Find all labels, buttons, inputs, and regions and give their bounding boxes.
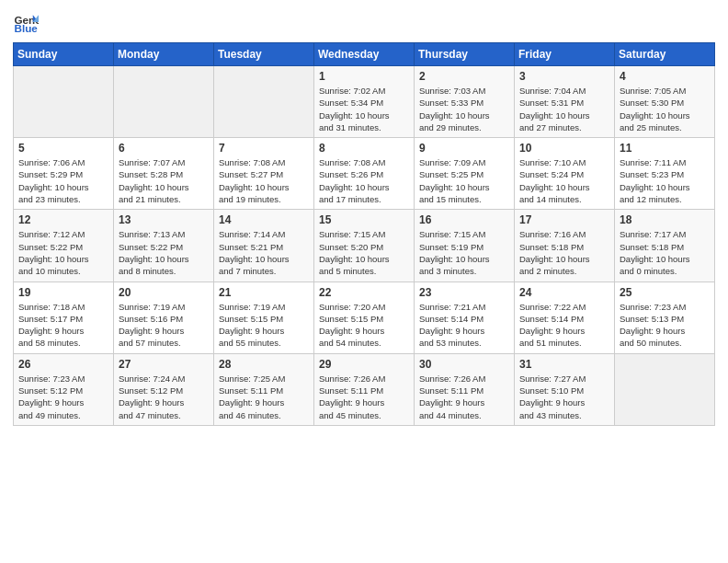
day-info: Sunrise: 7:16 AM Sunset: 5:18 PM Dayligh… (519, 228, 609, 277)
day-number: 22 (319, 286, 409, 299)
day-header-friday: Friday (515, 43, 615, 66)
day-number: 14 (219, 213, 309, 226)
day-number: 26 (18, 358, 108, 371)
day-info: Sunrise: 7:19 AM Sunset: 5:15 PM Dayligh… (219, 301, 309, 350)
day-number: 31 (519, 358, 609, 371)
calendar-cell: 19Sunrise: 7:18 AM Sunset: 5:17 PM Dayli… (14, 282, 114, 353)
day-header-tuesday: Tuesday (214, 43, 314, 66)
logo-icon: General Blue (13, 9, 39, 35)
calendar-cell: 10Sunrise: 7:10 AM Sunset: 5:24 PM Dayli… (515, 138, 615, 210)
calendar-cell: 11Sunrise: 7:11 AM Sunset: 5:23 PM Dayli… (615, 138, 715, 210)
calendar-cell: 3Sunrise: 7:04 AM Sunset: 5:31 PM Daylig… (515, 66, 615, 138)
day-info: Sunrise: 7:25 AM Sunset: 5:11 PM Dayligh… (219, 373, 309, 421)
day-info: Sunrise: 7:05 AM Sunset: 5:30 PM Dayligh… (620, 85, 710, 133)
day-info: Sunrise: 7:13 AM Sunset: 5:22 PM Dayligh… (119, 228, 209, 277)
calendar-cell (114, 66, 214, 138)
day-info: Sunrise: 7:02 AM Sunset: 5:34 PM Dayligh… (319, 85, 409, 133)
calendar-cell: 7Sunrise: 7:08 AM Sunset: 5:27 PM Daylig… (214, 138, 314, 210)
calendar-cell: 18Sunrise: 7:17 AM Sunset: 5:18 PM Dayli… (615, 210, 715, 282)
calendar-cell (615, 353, 715, 425)
calendar-week-5: 26Sunrise: 7:23 AM Sunset: 5:12 PM Dayli… (14, 353, 715, 425)
calendar-cell: 20Sunrise: 7:19 AM Sunset: 5:16 PM Dayli… (114, 282, 214, 353)
day-info: Sunrise: 7:08 AM Sunset: 5:26 PM Dayligh… (319, 156, 409, 205)
header: General Blue (13, 9, 715, 35)
calendar-week-3: 12Sunrise: 7:12 AM Sunset: 5:22 PM Dayli… (14, 210, 715, 282)
day-number: 10 (519, 142, 609, 155)
calendar-cell (214, 66, 314, 138)
calendar-cell: 29Sunrise: 7:26 AM Sunset: 5:11 PM Dayli… (314, 353, 415, 425)
day-number: 23 (419, 286, 509, 299)
day-number: 27 (119, 358, 209, 371)
day-number: 17 (519, 213, 609, 226)
calendar-cell: 21Sunrise: 7:19 AM Sunset: 5:15 PM Dayli… (214, 282, 314, 353)
day-info: Sunrise: 7:24 AM Sunset: 5:12 PM Dayligh… (119, 373, 209, 421)
day-header-monday: Monday (114, 43, 214, 66)
day-info: Sunrise: 7:23 AM Sunset: 5:12 PM Dayligh… (18, 373, 108, 421)
day-info: Sunrise: 7:03 AM Sunset: 5:33 PM Dayligh… (419, 85, 509, 133)
day-info: Sunrise: 7:15 AM Sunset: 5:20 PM Dayligh… (319, 228, 409, 277)
day-number: 3 (519, 70, 609, 83)
logo: General Blue (13, 9, 42, 35)
day-number: 5 (18, 142, 108, 155)
day-header-thursday: Thursday (415, 43, 515, 66)
calendar-cell: 6Sunrise: 7:07 AM Sunset: 5:28 PM Daylig… (114, 138, 214, 210)
day-number: 12 (18, 213, 108, 226)
day-info: Sunrise: 7:06 AM Sunset: 5:29 PM Dayligh… (18, 156, 108, 205)
calendar-cell: 4Sunrise: 7:05 AM Sunset: 5:30 PM Daylig… (615, 66, 715, 138)
day-info: Sunrise: 7:21 AM Sunset: 5:14 PM Dayligh… (419, 301, 509, 350)
calendar-cell: 27Sunrise: 7:24 AM Sunset: 5:12 PM Dayli… (114, 353, 214, 425)
day-info: Sunrise: 7:11 AM Sunset: 5:23 PM Dayligh… (620, 156, 710, 205)
calendar-cell: 12Sunrise: 7:12 AM Sunset: 5:22 PM Dayli… (14, 210, 114, 282)
day-info: Sunrise: 7:26 AM Sunset: 5:11 PM Dayligh… (419, 373, 509, 421)
day-number: 9 (419, 142, 509, 155)
day-header-sunday: Sunday (14, 43, 114, 66)
day-number: 11 (620, 142, 710, 155)
calendar-cell: 23Sunrise: 7:21 AM Sunset: 5:14 PM Dayli… (415, 282, 515, 353)
day-number: 30 (419, 358, 509, 371)
day-number: 1 (319, 70, 409, 83)
day-number: 29 (319, 358, 409, 371)
day-header-wednesday: Wednesday (314, 43, 415, 66)
calendar-week-4: 19Sunrise: 7:18 AM Sunset: 5:17 PM Dayli… (14, 282, 715, 353)
day-info: Sunrise: 7:08 AM Sunset: 5:27 PM Dayligh… (219, 156, 309, 205)
day-info: Sunrise: 7:15 AM Sunset: 5:19 PM Dayligh… (419, 228, 509, 277)
calendar-cell: 14Sunrise: 7:14 AM Sunset: 5:21 PM Dayli… (214, 210, 314, 282)
calendar-week-1: 1Sunrise: 7:02 AM Sunset: 5:34 PM Daylig… (14, 66, 715, 138)
day-number: 24 (519, 286, 609, 299)
calendar-header-row: SundayMondayTuesdayWednesdayThursdayFrid… (14, 43, 715, 66)
day-info: Sunrise: 7:19 AM Sunset: 5:16 PM Dayligh… (119, 301, 209, 350)
calendar: SundayMondayTuesdayWednesdayThursdayFrid… (13, 42, 715, 426)
calendar-cell: 5Sunrise: 7:06 AM Sunset: 5:29 PM Daylig… (14, 138, 114, 210)
day-info: Sunrise: 7:04 AM Sunset: 5:31 PM Dayligh… (519, 85, 609, 133)
day-number: 8 (319, 142, 409, 155)
calendar-cell: 25Sunrise: 7:23 AM Sunset: 5:13 PM Dayli… (615, 282, 715, 353)
day-number: 6 (119, 142, 209, 155)
day-number: 19 (18, 286, 108, 299)
day-number: 21 (219, 286, 309, 299)
day-info: Sunrise: 7:20 AM Sunset: 5:15 PM Dayligh… (319, 301, 409, 350)
page: General Blue SundayMondayTuesdayWednesda… (0, 0, 728, 439)
day-info: Sunrise: 7:07 AM Sunset: 5:28 PM Dayligh… (119, 156, 209, 205)
day-number: 18 (620, 213, 710, 226)
day-info: Sunrise: 7:12 AM Sunset: 5:22 PM Dayligh… (18, 228, 108, 277)
day-number: 13 (119, 213, 209, 226)
calendar-cell: 17Sunrise: 7:16 AM Sunset: 5:18 PM Dayli… (515, 210, 615, 282)
calendar-cell: 9Sunrise: 7:09 AM Sunset: 5:25 PM Daylig… (415, 138, 515, 210)
day-number: 28 (219, 358, 309, 371)
calendar-cell: 31Sunrise: 7:27 AM Sunset: 5:10 PM Dayli… (515, 353, 615, 425)
day-info: Sunrise: 7:09 AM Sunset: 5:25 PM Dayligh… (419, 156, 509, 205)
day-number: 7 (219, 142, 309, 155)
day-info: Sunrise: 7:18 AM Sunset: 5:17 PM Dayligh… (18, 301, 108, 350)
day-number: 15 (319, 213, 409, 226)
calendar-cell: 28Sunrise: 7:25 AM Sunset: 5:11 PM Dayli… (214, 353, 314, 425)
calendar-week-2: 5Sunrise: 7:06 AM Sunset: 5:29 PM Daylig… (14, 138, 715, 210)
day-number: 25 (620, 286, 710, 299)
day-info: Sunrise: 7:17 AM Sunset: 5:18 PM Dayligh… (620, 228, 710, 277)
calendar-cell: 13Sunrise: 7:13 AM Sunset: 5:22 PM Dayli… (114, 210, 214, 282)
calendar-cell: 22Sunrise: 7:20 AM Sunset: 5:15 PM Dayli… (314, 282, 415, 353)
day-number: 20 (119, 286, 209, 299)
day-info: Sunrise: 7:27 AM Sunset: 5:10 PM Dayligh… (519, 373, 609, 421)
day-info: Sunrise: 7:22 AM Sunset: 5:14 PM Dayligh… (519, 301, 609, 350)
calendar-cell: 16Sunrise: 7:15 AM Sunset: 5:19 PM Dayli… (415, 210, 515, 282)
calendar-cell: 24Sunrise: 7:22 AM Sunset: 5:14 PM Dayli… (515, 282, 615, 353)
